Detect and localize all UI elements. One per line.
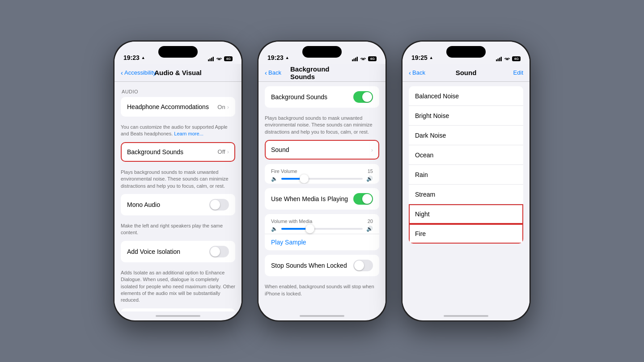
nav-bar-1: ‹ Accessibility Audio & Visual <box>114 64 242 82</box>
nav-title-1: Audio & Visual <box>154 69 202 76</box>
volume-media-content: Volume with Media 20 🔈 🔊 <box>265 214 379 234</box>
bg-sounds-desc: Plays background sounds to mask unwanted… <box>114 166 242 194</box>
bg-sounds-chevron: › <box>227 148 229 155</box>
screen-content-3[interactable]: Balanced NoiseBright NoiseDark NoiseOcea… <box>402 82 530 311</box>
nav-title-3: Sound <box>456 69 477 76</box>
nav-edit-action[interactable]: Edit <box>513 69 523 76</box>
stop-sounds-toggle[interactable] <box>353 260 373 271</box>
sound-list-item[interactable]: Bright Noise <box>409 106 523 126</box>
wifi-icon-2 <box>360 57 366 61</box>
home-indicator-3 <box>402 311 530 320</box>
voice-desc: Adds Isolate as an additional option to … <box>114 267 242 308</box>
wifi-icon-3 <box>504 57 510 61</box>
sound-list-item[interactable]: Stream <box>409 185 523 204</box>
nav-title-2: Background Sounds <box>290 65 354 80</box>
sound-list-item[interactable]: Ocean <box>409 145 523 165</box>
stop-sounds-row[interactable]: Stop Sounds When Locked <box>265 255 379 276</box>
screen-content-2[interactable]: Background Sounds Plays background sound… <box>258 82 386 311</box>
nav-back-3[interactable]: ‹ Back <box>409 69 425 76</box>
volume-media-label-row: Volume with Media 20 <box>271 219 373 226</box>
volume-media-track[interactable] <box>281 228 363 230</box>
use-when-media-toggle[interactable] <box>353 193 373 205</box>
svg-rect-7 <box>357 57 358 61</box>
sound-list-item[interactable]: Balanced Noise <box>409 86 523 106</box>
svg-rect-8 <box>496 59 497 61</box>
sound-list-item[interactable]: Fire <box>409 224 523 244</box>
mono-audio-toggle[interactable] <box>209 199 229 210</box>
battery-icon: 4G <box>224 56 233 61</box>
mono-audio-group: Mono Audio <box>121 194 235 215</box>
wifi-icon <box>216 57 222 61</box>
status-icons-2: 4G <box>352 56 377 61</box>
fire-volume-thumb[interactable] <box>300 174 309 183</box>
volume-media-group: Volume with Media 20 🔈 🔊 Play Sample <box>265 214 379 250</box>
dynamic-island-2 <box>302 46 342 58</box>
status-time-1: 19:23 ▲ <box>123 54 145 61</box>
svg-rect-6 <box>355 58 356 61</box>
voice-isolation-toggle[interactable] <box>209 246 229 257</box>
sound-name: Balanced Noise <box>415 93 459 100</box>
sound-list-item[interactable]: Night <box>409 204 523 224</box>
vol-media-low-icon: 🔈 <box>271 226 278 232</box>
bg-sounds-toggle-row[interactable]: Background Sounds <box>265 86 379 108</box>
headphone-acc-group: Headphone Accommodations On › <box>121 97 235 117</box>
svg-rect-9 <box>498 59 499 61</box>
sound-list-item[interactable]: Rain <box>409 165 523 185</box>
status-time-2: 19:23 ▲ <box>267 54 289 61</box>
fire-volume-slider-row: 🔈 🔊 <box>271 176 373 182</box>
svg-rect-11 <box>501 57 502 61</box>
play-sample-link[interactable]: Play Sample <box>265 234 379 250</box>
voice-isolation-row[interactable]: Add Voice Isolation <box>121 241 235 262</box>
signal-icon <box>208 57 214 61</box>
sound-name: Bright Noise <box>415 112 449 119</box>
sound-list-item[interactable]: Dark Noise <box>409 126 523 145</box>
bg-sounds-desc-2: Plays background sounds to mask unwanted… <box>258 112 386 140</box>
screen-content-1[interactable]: AUDIO Headphone Accommodations On › You … <box>114 82 242 311</box>
volume-low-icon: 🔈 <box>271 176 278 182</box>
home-indicator-2 <box>258 311 386 320</box>
sound-name: Fire <box>415 230 426 237</box>
sounds-list-group: Balanced NoiseBright NoiseDark NoiseOcea… <box>409 86 523 244</box>
mono-audio-row[interactable]: Mono Audio <box>121 194 235 215</box>
sound-name: Ocean <box>415 152 433 159</box>
bg-sounds-main-toggle[interactable] <box>353 91 373 103</box>
svg-rect-10 <box>499 58 500 61</box>
headphone-acc-row[interactable]: Headphone Accommodations On › <box>121 97 235 117</box>
battery-icon-3: 4G <box>512 56 521 61</box>
phone-3: 19:25 ▲ 4G <box>401 40 531 322</box>
phone-2: 19:23 ▲ 4G <box>257 40 387 322</box>
sound-name: Rain <box>415 171 428 178</box>
stop-sounds-desc: When enabled, background sounds will sto… <box>258 281 386 302</box>
sound-row[interactable]: Sound › <box>265 140 379 160</box>
dynamic-island-1 <box>158 46 198 58</box>
use-when-media-group: Use When Media Is Playing <box>265 188 379 210</box>
fire-volume-track[interactable] <box>281 178 363 180</box>
use-when-media-row[interactable]: Use When Media Is Playing <box>265 188 379 210</box>
sound-name: Stream <box>415 191 435 198</box>
bg-sounds-toggle-group: Background Sounds <box>265 86 379 108</box>
fire-volume-group: Fire Volume 15 🔈 🔊 <box>265 164 379 184</box>
background-sounds-group: Background Sounds Off › <box>121 142 235 162</box>
nav-back-2[interactable]: ‹ Back <box>265 69 281 76</box>
mono-desc: Make the left and right speakers play th… <box>114 220 242 241</box>
phone-1: 19:23 ▲ 4G <box>113 40 243 322</box>
volume-media-slider-row: 🔈 🔊 <box>271 226 373 232</box>
headphone-acc-desc: You can customize the audio for supporte… <box>114 121 242 142</box>
svg-rect-3 <box>213 57 214 61</box>
power-sounds-group: Power On & Off Sounds <box>121 308 235 311</box>
volume-high-icon: 🔊 <box>366 176 373 182</box>
volume-media-thumb[interactable] <box>305 224 314 233</box>
nav-back-1[interactable]: ‹ Accessibility <box>121 69 156 76</box>
svg-rect-1 <box>210 59 211 61</box>
svg-rect-5 <box>354 59 355 61</box>
sound-chevron: › <box>371 147 373 153</box>
background-sounds-row[interactable]: Background Sounds Off › <box>121 142 235 162</box>
vol-media-high-icon: 🔊 <box>366 226 373 232</box>
learn-more-link[interactable]: Learn more... <box>174 131 203 136</box>
power-sounds-row[interactable]: Power On & Off Sounds <box>121 308 235 311</box>
dynamic-island-3 <box>446 46 486 58</box>
signal-icon-2 <box>352 57 358 61</box>
fire-volume-content: Fire Volume 15 🔈 🔊 <box>265 164 379 184</box>
audio-section-header: AUDIO <box>114 82 242 97</box>
sound-group: Sound › <box>265 140 379 160</box>
